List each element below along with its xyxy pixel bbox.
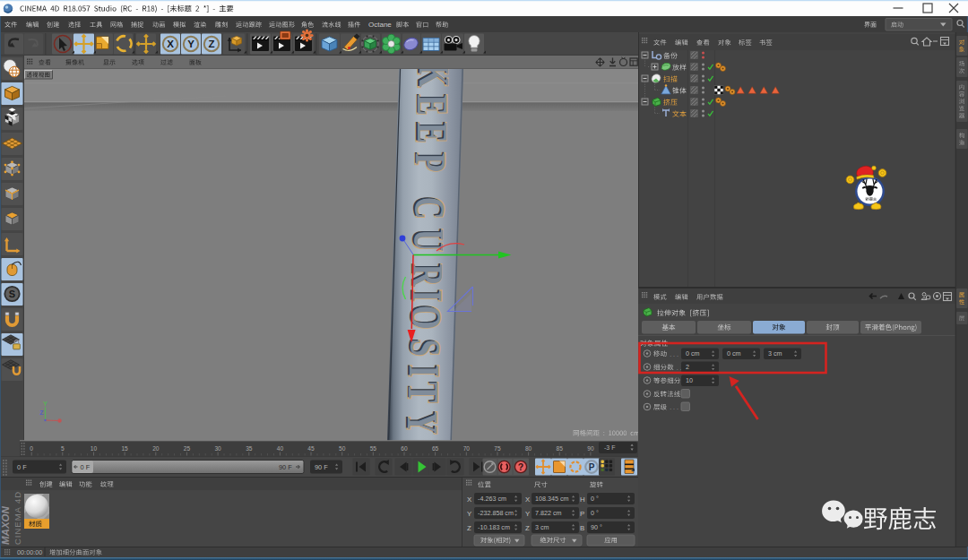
svg-text:3 cm: 3 cm (768, 349, 782, 358)
svg-text:MAXON: MAXON (0, 506, 11, 546)
svg-text:S: S (402, 340, 449, 357)
svg-text:Octane: Octane (368, 21, 392, 29)
svg-text:65: 65 (432, 445, 439, 452)
svg-text:C: C (406, 197, 454, 220)
svg-text:108.345 cm: 108.345 cm (535, 495, 569, 503)
svg-text:-10.183 cm: -10.183 cm (478, 523, 510, 531)
svg-text:0 cm: 0 cm (686, 349, 700, 358)
svg-text:15: 15 (121, 445, 128, 452)
svg-text:0 cm: 0 cm (727, 349, 741, 358)
svg-text:Z: Z (208, 39, 214, 49)
svg-text:I: I (401, 365, 448, 376)
svg-text:70: 70 (463, 445, 471, 452)
svg-text:CINEMA 4D: CINEMA 4D (13, 491, 22, 545)
svg-text:2: 2 (686, 363, 689, 371)
svg-text:25: 25 (184, 445, 191, 452)
svg-text:Y: Y (43, 400, 48, 408)
svg-text:P: P (589, 462, 595, 472)
svg-text:60: 60 (401, 445, 408, 452)
svg-text:. . .: . . . (670, 351, 678, 358)
svg-text:20: 20 (152, 445, 160, 452)
svg-text:0: 0 (30, 445, 33, 452)
svg-text:-4.263 cm: -4.263 cm (478, 495, 506, 503)
svg-text:H: H (580, 495, 585, 504)
svg-text:P: P (407, 153, 454, 172)
svg-text:90 °: 90 ° (591, 523, 602, 531)
svg-text:Z: Z (39, 409, 44, 416)
svg-text:90 F: 90 F (315, 463, 328, 471)
svg-text:T: T (400, 383, 447, 403)
svg-text:I: I (403, 289, 451, 301)
svg-text:Y: Y (399, 412, 446, 435)
svg-text:X: X (167, 39, 174, 49)
svg-text:30: 30 (214, 445, 221, 452)
svg-text:3 cm: 3 cm (535, 523, 549, 531)
svg-text:. . .: . . . (670, 404, 678, 410)
svg-text:0 °: 0 ° (591, 495, 599, 503)
svg-text:55: 55 (370, 445, 377, 452)
svg-text:45: 45 (307, 445, 315, 452)
svg-text:10: 10 (686, 376, 693, 384)
svg-text:-3 F: -3 F (604, 444, 615, 451)
svg-text:90 F: 90 F (279, 463, 292, 471)
svg-text:7.822 cm: 7.822 cm (535, 509, 562, 517)
svg-text:O: O (402, 306, 450, 330)
svg-text:85: 85 (557, 445, 564, 452)
svg-text:S: S (9, 289, 15, 299)
svg-text:. .: . . (677, 365, 682, 371)
svg-text:Y: Y (187, 39, 194, 49)
svg-text:75: 75 (494, 445, 501, 452)
svg-text:?: ? (518, 461, 523, 472)
svg-text:E: E (409, 95, 456, 116)
svg-text:R: R (403, 264, 451, 288)
svg-text:35: 35 (246, 445, 253, 452)
svg-text:80: 80 (525, 445, 532, 452)
svg-text:B: B (580, 524, 584, 532)
svg-text:P: P (580, 510, 584, 518)
svg-text:X: X (525, 495, 531, 504)
svg-text:0 F: 0 F (81, 463, 91, 471)
svg-text:X: X (467, 495, 472, 504)
svg-text:Y: Y (525, 510, 531, 518)
svg-text:-232.858 cm: -232.858 cm (478, 509, 514, 517)
svg-text:10: 10 (91, 445, 98, 452)
svg-text:00:00:00: 00:00:00 (17, 548, 42, 556)
svg-text:Z: Z (467, 524, 471, 532)
svg-text:Y: Y (467, 510, 472, 518)
svg-text:U: U (404, 229, 452, 252)
svg-text:40: 40 (277, 445, 284, 452)
svg-text:50: 50 (339, 445, 346, 452)
svg-text:5: 5 (61, 445, 65, 452)
svg-text:0 F: 0 F (17, 463, 27, 471)
svg-text:E: E (408, 123, 455, 143)
svg-text:Z: Z (525, 524, 530, 532)
svg-text:90: 90 (587, 445, 594, 452)
svg-text:0 °: 0 ° (591, 509, 599, 517)
